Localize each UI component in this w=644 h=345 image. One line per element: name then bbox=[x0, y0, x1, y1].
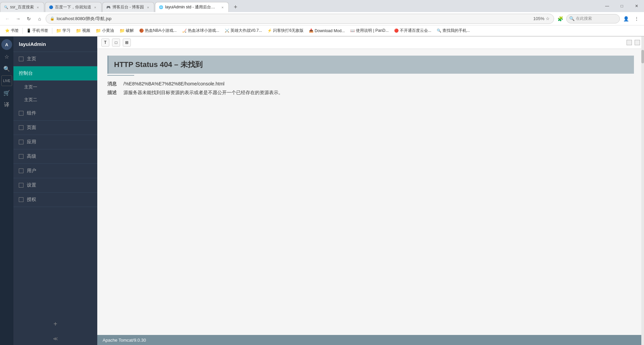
bookmark-item-stars[interactable]: ⭐ 书签 bbox=[3, 27, 21, 34]
bookmark-favicon-find-phone: 🔍 bbox=[437, 28, 441, 33]
app-name: layuiAdmin bbox=[19, 41, 46, 47]
auth-checkbox[interactable] bbox=[19, 197, 23, 202]
tab-favicon-layui: 🌐 bbox=[159, 5, 163, 10]
http-404-divider bbox=[107, 75, 134, 76]
tab-close-ssr[interactable]: × bbox=[35, 5, 41, 10]
tab-favicon-baidu: 🔵 bbox=[49, 5, 53, 10]
folder-icon-study: 📁 bbox=[56, 28, 61, 33]
toolbar-icon-btn-3[interactable]: ⊞ bbox=[123, 39, 131, 47]
settings-label: 设置 bbox=[27, 182, 92, 188]
bookmark-label-nba: 热血NBA小游戏... bbox=[145, 28, 177, 33]
toolbar-icon-btn-2[interactable]: □ bbox=[112, 39, 120, 47]
sidebar-sub-home2[interactable]: 主页二 bbox=[13, 93, 97, 106]
live-icon[interactable]: LIVE bbox=[1, 75, 12, 86]
bookmark-favicon-usage: 📖 bbox=[350, 28, 355, 33]
menu-button[interactable]: ⋮ bbox=[632, 14, 641, 23]
bookmark-item-mobile[interactable]: 📱 手机书签 bbox=[24, 27, 51, 34]
scrollbar-track[interactable] bbox=[641, 37, 644, 345]
bookmark-favicon-hockey: 🏒 bbox=[182, 28, 187, 33]
sidebar-collapse-button[interactable]: ≪ bbox=[13, 332, 97, 345]
content-area: T □ ⊞ HTTP Status 404 – 未找到 消息 /‌%E8%82%… bbox=[97, 37, 644, 345]
type-value: /‌%E8%82%BA%E7%82%8E/home/console.html bbox=[123, 81, 224, 87]
toolbar-window-btn-2[interactable] bbox=[635, 40, 640, 45]
bookmark-item-nba[interactable]: 🏀 热血NBA小游戏... bbox=[137, 27, 179, 34]
minimize-button[interactable]: — bbox=[600, 0, 614, 12]
search-icon: 🔍 bbox=[569, 16, 575, 21]
maximize-button[interactable]: □ bbox=[614, 0, 629, 12]
tab-layui[interactable]: 🌐 layuiAdmin std - 通用后台管理模板 × bbox=[155, 2, 229, 12]
extensions-button[interactable]: 🧩 bbox=[555, 14, 565, 23]
forward-button[interactable]: → bbox=[13, 14, 23, 23]
bookmarks-bar: ⭐ 书签 📱 手机书签 📁 学习 📁 视频 📁 小黄油 📁 破解 🏀 热血NBA… bbox=[0, 25, 644, 36]
bookmark-item-flash[interactable]: ⚡ 闪客快打6无敌版 bbox=[265, 27, 306, 34]
sidebar-item-users[interactable]: 用户 bbox=[13, 164, 97, 178]
sidebar-item-settings[interactable]: 设置 bbox=[13, 178, 97, 193]
back-button[interactable]: ← bbox=[3, 14, 12, 23]
sidebar-item-advanced[interactable]: 高级 bbox=[13, 149, 97, 164]
nav-bar: ← → ↻ ⌂ 🔒 localhost:8080/肺炎/导航.jsp 105% … bbox=[0, 12, 644, 25]
tab-ssr[interactable]: 🔍 ssr_百度搜索 × bbox=[0, 2, 44, 12]
address-url: localhost:8080/肺炎/导航.jsp bbox=[57, 16, 531, 22]
tab-baidu[interactable]: 🔵 百度一下，你就知道 × bbox=[45, 2, 102, 12]
advanced-checkbox[interactable] bbox=[19, 154, 23, 159]
bookmark-item-xiaohuan[interactable]: 📁 小黄油 bbox=[93, 27, 116, 34]
bookmark-favicon-stars: ⭐ bbox=[5, 28, 10, 33]
pages-checkbox[interactable] bbox=[19, 125, 23, 130]
icon-strip: A ☆ 🔍 LIVE 🛒 译 bbox=[0, 37, 13, 345]
toolbar-icon-btn-1[interactable]: T bbox=[101, 39, 109, 47]
avatar-button[interactable]: A bbox=[1, 39, 12, 50]
bookmark-label-find-phone: 查找我的手机... bbox=[442, 28, 470, 33]
search-bar[interactable]: 🔍 在此搜索 bbox=[566, 14, 620, 23]
home-checkbox[interactable] bbox=[19, 57, 23, 61]
tab-label-layui: layuiAdmin std - 通用后台管理模板 bbox=[165, 4, 218, 10]
sub-home1-label: 主页一 bbox=[24, 84, 37, 90]
home-label: 主页 bbox=[27, 56, 92, 62]
bookmark-item-pojie[interactable]: 📁 破解 bbox=[117, 27, 136, 34]
components-checkbox[interactable] bbox=[19, 111, 23, 116]
sidebar-item-components[interactable]: 组件 bbox=[13, 106, 97, 121]
sidebar-sub-home1[interactable]: 主页一 bbox=[13, 81, 97, 93]
sidebar-item-pages[interactable]: 页面 bbox=[13, 121, 97, 135]
shop-icon[interactable]: 🛒 bbox=[1, 87, 12, 98]
search-icon-strip[interactable]: 🔍 bbox=[1, 63, 12, 74]
settings-checkbox[interactable] bbox=[19, 183, 23, 188]
tab-label-ssr: ssr_百度搜索 bbox=[10, 4, 34, 10]
tab-close-blog[interactable]: × bbox=[145, 5, 151, 10]
bookmark-item-video[interactable]: 📁 视频 bbox=[73, 27, 93, 34]
home-button[interactable]: ⌂ bbox=[35, 14, 44, 23]
applications-checkbox[interactable] bbox=[19, 140, 23, 144]
bookmark-item-baidu-cloud[interactable]: 🔴 不开通百度云会... bbox=[392, 27, 434, 34]
address-bar[interactable]: 🔒 localhost:8080/肺炎/导航.jsp 105% ☆ bbox=[46, 14, 554, 24]
apache-footer: Apache Tomcat/9.0.30 bbox=[97, 335, 644, 345]
tab-close-layui[interactable]: × bbox=[220, 5, 225, 10]
sidebar-item-applications[interactable]: 应用 bbox=[13, 135, 97, 149]
folder-icon-pojie: 📁 bbox=[119, 28, 125, 33]
toolbar-window-btn-1[interactable] bbox=[627, 40, 632, 45]
zoom-level[interactable]: 105% bbox=[533, 16, 544, 21]
bookmark-star-icon[interactable]: ☆ bbox=[546, 16, 550, 21]
bookmark-item-usage[interactable]: 📖 使用说明 | PanD... bbox=[348, 27, 391, 34]
tab-blog[interactable]: 🎮 博客后台 - 博客园 × bbox=[102, 2, 155, 12]
sidebar-add-button[interactable]: + bbox=[13, 316, 97, 332]
translate-icon[interactable]: 译 bbox=[1, 99, 12, 110]
favorites-icon[interactable]: ☆ bbox=[1, 51, 12, 62]
sidebar-item-auth[interactable]: 授权 bbox=[13, 193, 97, 207]
tab-close-baidu[interactable]: × bbox=[93, 5, 98, 10]
bookmark-item-find-phone[interactable]: 🔍 查找我的手机... bbox=[434, 27, 472, 34]
bookmark-item-download[interactable]: 📥 Download Mod... bbox=[307, 27, 347, 34]
reload-button[interactable]: ↻ bbox=[24, 14, 34, 23]
scrollbar-thumb[interactable] bbox=[641, 50, 644, 63]
new-tab-button[interactable]: + bbox=[231, 2, 240, 12]
profile-icon[interactable]: 👤 bbox=[621, 14, 631, 23]
bookmark-item-hockey[interactable]: 🏒 热血冰球小游戏... bbox=[180, 27, 222, 34]
sidebar-item-home[interactable]: 主页 bbox=[13, 52, 97, 66]
auth-label: 授权 bbox=[27, 197, 92, 203]
bookmark-item-hero[interactable]: ⚔️ 英雄大作战V0.7... bbox=[222, 27, 265, 34]
users-checkbox[interactable] bbox=[19, 168, 23, 173]
main-area: A ☆ 🔍 LIVE 🛒 译 layuiAdmin 主页 控制台 主页一 主页二 bbox=[0, 37, 644, 345]
sidebar-item-dashboard[interactable]: 控制台 bbox=[13, 66, 97, 81]
close-button[interactable]: ✕ bbox=[629, 0, 644, 12]
bookmark-label-baidu-cloud: 不开通百度云会... bbox=[400, 28, 431, 33]
bookmark-label-stars: 书签 bbox=[11, 28, 19, 33]
bookmark-item-study[interactable]: 📁 学习 bbox=[54, 27, 73, 34]
